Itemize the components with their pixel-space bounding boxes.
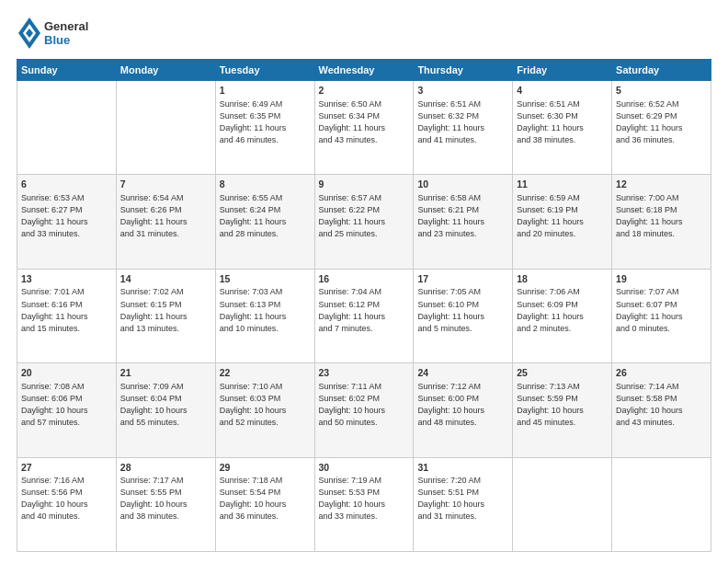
calendar-cell-w2-d2: 7Sunrise: 6:54 AM Sunset: 6:26 PM Daylig… — [116, 175, 215, 269]
calendar-cell-w1-d4: 2Sunrise: 6:50 AM Sunset: 6:34 PM Daylig… — [314, 81, 414, 175]
weekday-header-monday: Monday — [116, 60, 215, 81]
day-number: 20 — [21, 366, 112, 380]
calendar-week-1: 1Sunrise: 6:49 AM Sunset: 6:35 PM Daylig… — [17, 81, 711, 175]
day-number: 24 — [417, 366, 508, 380]
calendar-cell-w3-d4: 16Sunrise: 7:04 AM Sunset: 6:12 PM Dayli… — [314, 269, 414, 362]
day-info: Sunrise: 7:20 AM Sunset: 5:51 PM Dayligh… — [417, 475, 508, 523]
calendar-week-3: 13Sunrise: 7:01 AM Sunset: 6:16 PM Dayli… — [17, 269, 711, 362]
weekday-header-wednesday: Wednesday — [314, 60, 414, 81]
day-info: Sunrise: 7:01 AM Sunset: 6:16 PM Dayligh… — [21, 286, 112, 334]
day-info: Sunrise: 7:17 AM Sunset: 5:55 PM Dayligh… — [120, 475, 211, 523]
calendar-cell-w3-d5: 17Sunrise: 7:05 AM Sunset: 6:10 PM Dayli… — [414, 269, 513, 362]
day-info: Sunrise: 7:02 AM Sunset: 6:15 PM Dayligh… — [120, 286, 211, 334]
day-info: Sunrise: 7:08 AM Sunset: 6:06 PM Dayligh… — [21, 381, 112, 429]
calendar-cell-w5-d7 — [612, 457, 711, 551]
day-info: Sunrise: 7:10 AM Sunset: 6:03 PM Dayligh… — [220, 381, 311, 429]
day-info: Sunrise: 7:16 AM Sunset: 5:56 PM Dayligh… — [21, 475, 112, 523]
day-number: 30 — [319, 461, 410, 475]
day-number: 27 — [21, 461, 112, 475]
day-number: 29 — [220, 461, 311, 475]
calendar-cell-w5-d3: 29Sunrise: 7:18 AM Sunset: 5:54 PM Dayli… — [215, 457, 314, 551]
day-info: Sunrise: 7:14 AM Sunset: 5:58 PM Dayligh… — [616, 381, 707, 429]
calendar-cell-w2-d7: 12Sunrise: 7:00 AM Sunset: 6:18 PM Dayli… — [612, 175, 711, 269]
day-info: Sunrise: 6:54 AM Sunset: 6:26 PM Dayligh… — [120, 192, 211, 240]
calendar-cell-w5-d4: 30Sunrise: 7:19 AM Sunset: 5:53 PM Dayli… — [314, 457, 414, 551]
weekday-header-friday: Friday — [513, 60, 612, 81]
calendar-cell-w5-d5: 31Sunrise: 7:20 AM Sunset: 5:51 PM Dayli… — [414, 457, 513, 551]
day-info: Sunrise: 7:03 AM Sunset: 6:13 PM Dayligh… — [220, 286, 311, 334]
calendar-cell-w2-d4: 9Sunrise: 6:57 AM Sunset: 6:22 PM Daylig… — [314, 175, 414, 269]
weekday-header-sunday: Sunday — [17, 60, 117, 81]
calendar-cell-w3-d3: 15Sunrise: 7:03 AM Sunset: 6:13 PM Dayli… — [215, 269, 314, 362]
day-info: Sunrise: 7:00 AM Sunset: 6:18 PM Dayligh… — [616, 192, 707, 240]
calendar-cell-w3-d1: 13Sunrise: 7:01 AM Sunset: 6:16 PM Dayli… — [17, 269, 117, 362]
calendar-table: SundayMondayTuesdayWednesdayThursdayFrid… — [17, 59, 711, 552]
calendar-week-2: 6Sunrise: 6:53 AM Sunset: 6:27 PM Daylig… — [17, 175, 711, 269]
day-info: Sunrise: 6:59 AM Sunset: 6:19 PM Dayligh… — [517, 192, 608, 240]
logo-icon — [17, 17, 42, 50]
day-number: 11 — [517, 178, 608, 191]
calendar-cell-w1-d3: 1Sunrise: 6:49 AM Sunset: 6:35 PM Daylig… — [215, 81, 314, 175]
day-info: Sunrise: 6:55 AM Sunset: 6:24 PM Dayligh… — [220, 192, 311, 240]
calendar-header-row: SundayMondayTuesdayWednesdayThursdayFrid… — [17, 60, 711, 81]
day-number: 23 — [319, 366, 410, 380]
day-info: Sunrise: 6:50 AM Sunset: 6:34 PM Dayligh… — [319, 98, 410, 146]
day-info: Sunrise: 7:11 AM Sunset: 6:02 PM Dayligh… — [319, 381, 410, 429]
day-number: 15 — [220, 272, 311, 286]
day-info: Sunrise: 7:09 AM Sunset: 6:04 PM Dayligh… — [120, 381, 211, 429]
weekday-header-tuesday: Tuesday — [215, 60, 314, 81]
calendar-cell-w4-d7: 26Sunrise: 7:14 AM Sunset: 5:58 PM Dayli… — [612, 363, 711, 457]
day-number: 4 — [517, 84, 608, 98]
day-number: 14 — [120, 272, 211, 286]
day-number: 2 — [319, 84, 410, 98]
weekday-header-saturday: Saturday — [612, 60, 711, 81]
calendar-cell-w2-d6: 11Sunrise: 6:59 AM Sunset: 6:19 PM Dayli… — [513, 175, 612, 269]
day-info: Sunrise: 6:52 AM Sunset: 6:29 PM Dayligh… — [616, 98, 707, 146]
calendar-cell-w1-d1 — [17, 81, 117, 175]
day-info: Sunrise: 7:12 AM Sunset: 6:00 PM Dayligh… — [417, 381, 508, 429]
logo: GeneralBlue — [17, 17, 88, 50]
day-number: 17 — [417, 272, 508, 286]
calendar-cell-w5-d6 — [513, 457, 612, 551]
day-number: 3 — [417, 84, 508, 98]
day-number: 31 — [417, 461, 508, 475]
day-info: Sunrise: 6:57 AM Sunset: 6:22 PM Dayligh… — [319, 192, 410, 240]
calendar-week-5: 27Sunrise: 7:16 AM Sunset: 5:56 PM Dayli… — [17, 457, 711, 551]
day-number: 7 — [120, 178, 211, 191]
day-number: 13 — [21, 272, 112, 286]
day-number: 18 — [517, 272, 608, 286]
calendar-cell-w4-d5: 24Sunrise: 7:12 AM Sunset: 6:00 PM Dayli… — [414, 363, 513, 457]
calendar-cell-w3-d7: 19Sunrise: 7:07 AM Sunset: 6:07 PM Dayli… — [612, 269, 711, 362]
day-info: Sunrise: 7:19 AM Sunset: 5:53 PM Dayligh… — [319, 475, 410, 523]
day-number: 25 — [517, 366, 608, 380]
day-number: 10 — [417, 178, 508, 191]
calendar-week-4: 20Sunrise: 7:08 AM Sunset: 6:06 PM Dayli… — [17, 363, 711, 457]
page: GeneralBlue SundayMondayTuesdayWednesday… — [0, 0, 728, 563]
day-info: Sunrise: 7:07 AM Sunset: 6:07 PM Dayligh… — [616, 286, 707, 334]
day-info: Sunrise: 7:05 AM Sunset: 6:10 PM Dayligh… — [417, 286, 508, 334]
calendar-cell-w5-d1: 27Sunrise: 7:16 AM Sunset: 5:56 PM Dayli… — [17, 457, 117, 551]
day-info: Sunrise: 6:51 AM Sunset: 6:30 PM Dayligh… — [517, 98, 608, 146]
day-number: 9 — [319, 178, 410, 191]
day-info: Sunrise: 6:51 AM Sunset: 6:32 PM Dayligh… — [417, 98, 508, 146]
day-number: 16 — [319, 272, 410, 286]
day-number: 21 — [120, 366, 211, 380]
day-number: 22 — [220, 366, 311, 380]
day-number: 28 — [120, 461, 211, 475]
header: GeneralBlue — [17, 17, 711, 50]
calendar-cell-w1-d7: 5Sunrise: 6:52 AM Sunset: 6:29 PM Daylig… — [612, 81, 711, 175]
calendar-cell-w2-d3: 8Sunrise: 6:55 AM Sunset: 6:24 PM Daylig… — [215, 175, 314, 269]
day-number: 8 — [220, 178, 311, 191]
day-number: 1 — [220, 84, 311, 98]
day-info: Sunrise: 6:58 AM Sunset: 6:21 PM Dayligh… — [417, 192, 508, 240]
weekday-header-thursday: Thursday — [414, 60, 513, 81]
day-info: Sunrise: 7:18 AM Sunset: 5:54 PM Dayligh… — [220, 475, 311, 523]
day-info: Sunrise: 6:53 AM Sunset: 6:27 PM Dayligh… — [21, 192, 112, 240]
day-number: 6 — [21, 178, 112, 191]
day-info: Sunrise: 7:06 AM Sunset: 6:09 PM Dayligh… — [517, 286, 608, 334]
calendar-cell-w4-d6: 25Sunrise: 7:13 AM Sunset: 5:59 PM Dayli… — [513, 363, 612, 457]
day-number: 26 — [616, 366, 707, 380]
calendar-cell-w4-d2: 21Sunrise: 7:09 AM Sunset: 6:04 PM Dayli… — [116, 363, 215, 457]
calendar-cell-w4-d4: 23Sunrise: 7:11 AM Sunset: 6:02 PM Dayli… — [314, 363, 414, 457]
day-info: Sunrise: 7:04 AM Sunset: 6:12 PM Dayligh… — [319, 286, 410, 334]
